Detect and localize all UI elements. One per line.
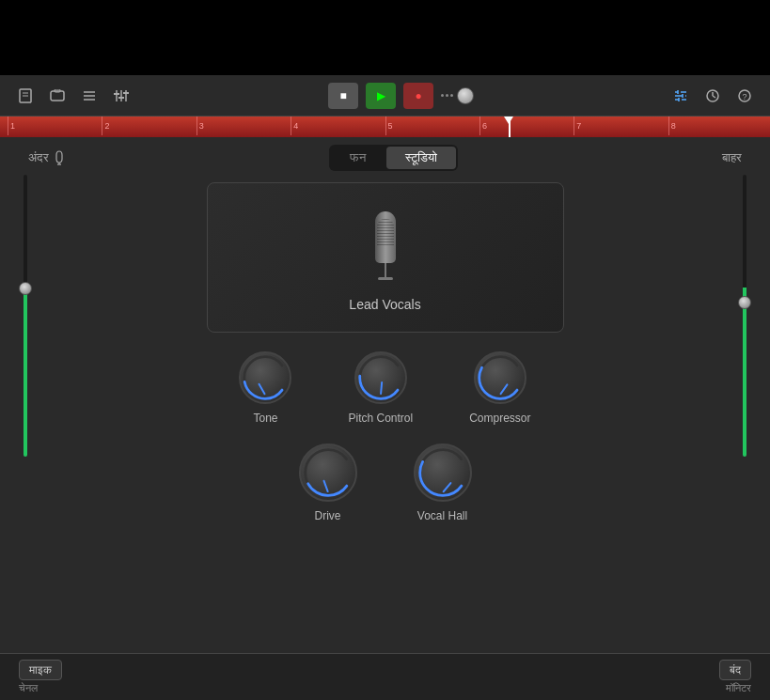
camera-icon[interactable]	[47, 86, 68, 106]
top-black-bar	[0, 0, 770, 75]
monitor-off-button[interactable]: बंद	[719, 660, 751, 680]
toolbar-left	[15, 86, 132, 106]
right-slider[interactable]	[738, 175, 751, 457]
mic-visual	[362, 203, 409, 288]
top-section: अंदर फन स्टूडियो बाहर	[0, 137, 770, 179]
mode-tabs: फन स्टूडियो	[329, 145, 458, 171]
mic-stand	[385, 263, 386, 277]
knobs-section: Tone Pitch Control	[207, 351, 564, 522]
tone-knob-container[interactable]: Tone	[239, 351, 291, 425]
toolbar-center: ■ ▶ ●	[328, 83, 474, 109]
compressor-label: Compressor	[469, 412, 530, 425]
file-icon[interactable]	[15, 86, 36, 106]
right-slider-thumb[interactable]	[738, 296, 751, 309]
compressor-knob-container[interactable]: Compressor	[469, 351, 530, 425]
pitch-control-knob-container[interactable]: Pitch Control	[348, 351, 413, 425]
playhead	[509, 117, 511, 137]
tune-icon[interactable]	[670, 86, 691, 106]
volume-control[interactable]	[441, 87, 474, 104]
vocal-hall-knob[interactable]	[414, 443, 472, 502]
ruler-mark-5: 5	[385, 117, 479, 135]
bottom-bar: माइक चेनल बंद मॉनिटर	[0, 653, 770, 700]
pitch-control-knob[interactable]	[354, 351, 407, 404]
left-slider-thumb[interactable]	[19, 282, 32, 295]
mic-grille	[377, 219, 394, 247]
ruler-mark-2: 2	[102, 117, 196, 135]
ruler-marks: 1 2 3 4 5 6 7 8	[8, 117, 762, 137]
input-label: अंदर	[28, 150, 64, 165]
tab-studio[interactable]: स्टूडियो	[386, 147, 456, 169]
compressor-knob[interactable]	[474, 351, 526, 404]
output-label: बाहर	[722, 150, 742, 165]
help-icon[interactable]: ?	[734, 86, 755, 106]
toolbar: ■ ▶ ● ?	[0, 75, 770, 117]
pitch-label: Pitch Control	[348, 412, 413, 425]
drive-label: Drive	[314, 509, 340, 522]
record-button[interactable]: ●	[403, 83, 433, 109]
knobs-row-2: Drive Vocal Hall	[299, 443, 472, 522]
preset-name: Lead Vocals	[349, 297, 420, 312]
tone-label: Tone	[253, 412, 277, 425]
mic-display: Lead Vocals	[207, 182, 564, 333]
drive-knob-container[interactable]: Drive	[299, 443, 357, 522]
ruler-mark-1: 1	[8, 117, 102, 135]
list-icon[interactable]	[79, 86, 100, 106]
vocal-hall-label: Vocal Hall	[417, 509, 467, 522]
ruler-mark-7: 7	[574, 117, 668, 135]
drive-knob[interactable]	[299, 443, 357, 502]
mic-base	[378, 277, 393, 280]
knobs-row-1: Tone Pitch Control	[239, 351, 530, 425]
bottom-right: बंद मॉनिटर	[719, 660, 751, 694]
input-label-text: अंदर	[28, 150, 49, 165]
ruler-mark-6: 6	[479, 117, 574, 135]
mixer-icon[interactable]	[111, 86, 132, 106]
ruler-mark-4: 4	[291, 117, 385, 135]
ruler-mark-8: 8	[668, 117, 762, 135]
tab-phone[interactable]: फन	[331, 147, 385, 169]
toolbar-right: ?	[670, 86, 755, 106]
main-content: अंदर फन स्टूडियो बाहर Lead Vocals	[0, 137, 770, 700]
play-button[interactable]: ▶	[366, 83, 396, 109]
right-slider-track	[743, 175, 746, 457]
volume-dots	[441, 94, 453, 97]
stop-button[interactable]: ■	[328, 83, 358, 109]
tone-knob[interactable]	[239, 351, 291, 404]
clock-icon[interactable]	[702, 86, 723, 106]
timeline-ruler[interactable]: 1 2 3 4 5 6 7 8	[0, 117, 770, 137]
mic-small-icon	[55, 150, 64, 165]
svg-line-16	[713, 96, 715, 98]
mic-channel-button[interactable]: माइक	[19, 660, 62, 680]
channel-label: चेनल	[19, 682, 62, 694]
ruler-mark-3: 3	[196, 117, 291, 135]
left-slider[interactable]	[19, 175, 32, 457]
bottom-left: माइक चेनल	[19, 660, 62, 694]
vocal-hall-knob-container[interactable]: Vocal Hall	[414, 443, 472, 522]
svg-text:?: ?	[743, 92, 747, 101]
monitor-label: मॉनिटर	[726, 682, 751, 694]
volume-knob[interactable]	[457, 87, 474, 104]
mic-body	[375, 211, 396, 263]
left-slider-track	[24, 175, 27, 457]
